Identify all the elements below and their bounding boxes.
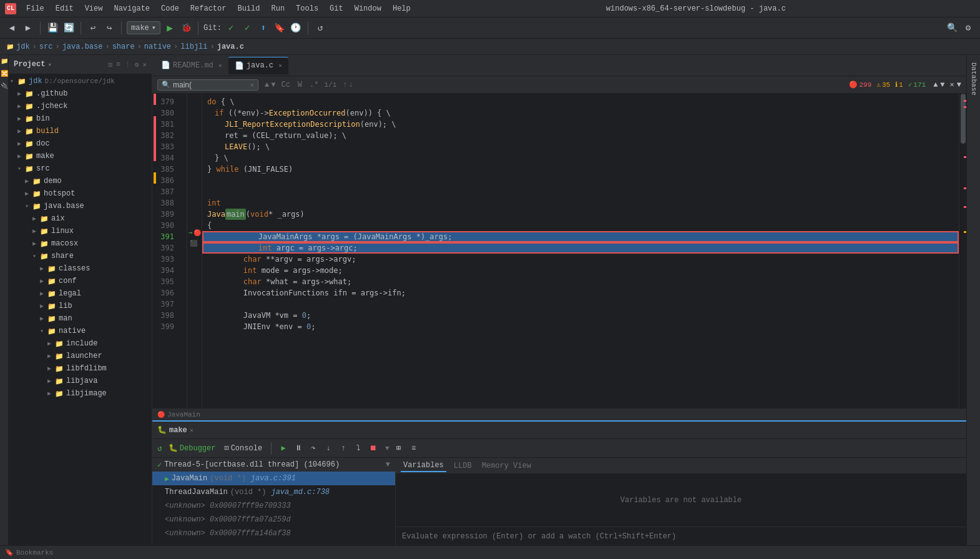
tree-github[interactable]: ▶ 📁 .github (9, 87, 152, 100)
next-match-icon[interactable]: ↓ (348, 81, 353, 89)
panel-dropdown-icon[interactable]: ▾ (47, 61, 52, 69)
panel-icon-close[interactable]: ✕ (142, 61, 147, 69)
toolbar-btn-revert[interactable]: ↺ (313, 21, 327, 35)
tree-root[interactable]: ▾ 📁 jdk D:/opensource/jdk (9, 75, 152, 87)
tree-hotspot[interactable]: ▶ 📁 hotspot (9, 187, 152, 200)
panel-icon-gear[interactable]: ⚙ (135, 61, 139, 69)
frame-threadjavamain[interactable]: ThreadJavaMain (void *) java_md.c:738 (152, 485, 395, 499)
menu-help[interactable]: Help (388, 3, 416, 14)
git-check2[interactable]: ✓ (240, 21, 254, 35)
tree-javabase[interactable]: ▾ 📁 java.base (9, 200, 152, 212)
menu-edit[interactable]: Edit (51, 3, 79, 14)
tree-aix[interactable]: ▶ 📁 aix (9, 212, 152, 225)
debug-tab-close[interactable]: ✕ (190, 427, 194, 434)
search-close-btn[interactable]: ✕ (950, 80, 954, 89)
tree-man[interactable]: ▶ 📁 man (9, 312, 152, 325)
frame-unknown-2[interactable]: <unknown> 0x00007fffa07a259d (152, 513, 395, 527)
toolbar-btn-redo[interactable]: ↪ (102, 21, 116, 35)
tree-native[interactable]: ▾ 📁 native (9, 325, 152, 337)
breadcrumb-javabase[interactable]: java.base (62, 42, 103, 51)
resume-icon[interactable]: ▶ (278, 443, 289, 454)
toolbar-btn-back[interactable]: ◀ (5, 21, 19, 35)
git-bookmark[interactable]: 🔖 (273, 21, 287, 35)
toolbar-btn-save[interactable]: 💾 (46, 21, 59, 35)
search-input[interactable] (173, 81, 248, 89)
code-content[interactable]: do { \ if ((*env)->ExceptionOccurred(env… (202, 94, 959, 408)
git-push[interactable]: ⬆ (257, 21, 270, 35)
prev-match-icon[interactable]: ↑ (343, 81, 347, 89)
frame-javamain[interactable]: ▶ JavaMain (void *) java.c:391 (152, 472, 395, 485)
toolbar-btn-search[interactable]: 🔍 (945, 21, 959, 35)
breadcrumb-share[interactable]: share (112, 42, 135, 51)
tree-macosx[interactable]: ▶ 📁 macosx (9, 237, 152, 250)
menu-navigate[interactable]: Navigate (109, 3, 155, 14)
breadcrumb-javac[interactable]: java.c (217, 42, 244, 51)
match-case-btn[interactable]: Cc (279, 81, 292, 89)
panel-icon-1[interactable]: ⊡ (109, 61, 113, 69)
tree-include[interactable]: ▶ 📁 include (9, 337, 152, 350)
menu-tools[interactable]: Tools (291, 3, 323, 14)
debugger-btn[interactable]: 🐛 Debugger (166, 442, 218, 454)
run-to-cursor-icon[interactable]: ⤵ (353, 443, 364, 454)
git-history[interactable]: 🕐 (289, 21, 303, 35)
expand-down-icon[interactable]: ▼ (940, 81, 944, 89)
thread-filter-icon[interactable]: ▼ (386, 460, 390, 469)
pause-icon[interactable]: ⏸ (293, 443, 304, 454)
debug-expression-input[interactable] (402, 532, 960, 541)
search-prev-icon[interactable]: ▲ (265, 81, 269, 89)
tree-conf[interactable]: ▶ 📁 conf (9, 275, 152, 287)
step-into-icon[interactable]: ↓ (323, 443, 334, 454)
breadcrumb-libjli[interactable]: libjli (180, 42, 207, 51)
tab-readme[interactable]: 📄 README.md ✕ (155, 57, 228, 74)
menu-build[interactable]: Build (232, 3, 265, 14)
menu-refactor[interactable]: Refactor (185, 3, 232, 14)
toolbar-btn-forward[interactable]: ▶ (21, 21, 35, 35)
menu-file[interactable]: File (21, 3, 49, 14)
stop-icon[interactable]: ⏹ (368, 443, 379, 454)
menu-run[interactable]: Run (266, 3, 290, 14)
tree-jcheck[interactable]: ▶ 📁 .jcheck (9, 100, 152, 112)
search-close-icon[interactable]: ✕ (250, 81, 254, 89)
plugins-icon[interactable]: 🔌 (1, 82, 8, 90)
tree-linux[interactable]: ▶ 📁 linux (9, 225, 152, 237)
tree-bin[interactable]: ▶ 📁 bin (9, 112, 152, 125)
tree-libfdlibm[interactable]: ▶ 📁 libfdlibm (9, 362, 152, 375)
frame-unknown-1[interactable]: <unknown> 0x00007fff9e709333 (152, 499, 395, 513)
frame-unknown-3[interactable]: <unknown> 0x00007fffa146af38 (152, 527, 395, 540)
tree-legal[interactable]: ▶ 📁 legal (9, 287, 152, 300)
toolbar-btn-undo[interactable]: ↩ (86, 21, 100, 35)
breadcrumb-src[interactable]: src (39, 42, 53, 51)
tab-lldb[interactable]: LLDB (451, 460, 474, 472)
tree-launcher[interactable]: ▶ 📁 launcher (9, 350, 152, 362)
table-view-icon[interactable]: ⊞ (393, 443, 404, 454)
commit-icon[interactable]: 🔀 (1, 70, 8, 77)
debug-run-button[interactable]: 🐞 (179, 21, 193, 35)
console-btn[interactable]: ⊡ Console (222, 442, 265, 454)
menu-git[interactable]: Git (325, 3, 348, 14)
tree-libjava[interactable]: ▶ 📁 libjava (9, 375, 152, 387)
tree-demo[interactable]: ▶ 📁 demo (9, 175, 152, 187)
menu-window[interactable]: Window (350, 3, 386, 14)
breadcrumb-native[interactable]: native (144, 42, 171, 51)
tab-javac[interactable]: 📄 java.c ✕ (228, 57, 288, 74)
make-dropdown[interactable]: make ▾ (127, 21, 160, 34)
filter-icon[interactable]: ▼ (957, 81, 961, 89)
tree-build[interactable]: ▶ 📁 build (9, 125, 152, 137)
search-next-icon[interactable]: ▼ (271, 81, 275, 89)
menu-code[interactable]: Code (156, 3, 184, 14)
menu-view[interactable]: View (80, 3, 108, 14)
panel-icon-3[interactable]: ⋮ (124, 61, 131, 69)
bookmarks-icon[interactable]: 🔖 (5, 548, 14, 557)
tab-javac-close[interactable]: ✕ (278, 62, 282, 69)
tab-variables[interactable]: Variables (401, 460, 446, 472)
tree-libjimage[interactable]: ▶ 📁 libjimage (9, 387, 152, 400)
settings-debug-icon[interactable]: ≡ (408, 443, 419, 454)
step-out-icon[interactable]: ↑ (338, 443, 349, 454)
bookmarks-label[interactable]: Bookmarks (16, 549, 53, 557)
tree-lib[interactable]: ▶ 📁 lib (9, 300, 152, 312)
tree-classes[interactable]: ▶ 📁 classes (9, 262, 152, 275)
git-checkmark[interactable]: ✓ (224, 21, 238, 35)
tree-share[interactable]: ▾ 📁 share (9, 250, 152, 262)
step-over-icon[interactable]: ↷ (308, 443, 319, 454)
breadcrumb-jdk[interactable]: jdk (16, 42, 30, 51)
